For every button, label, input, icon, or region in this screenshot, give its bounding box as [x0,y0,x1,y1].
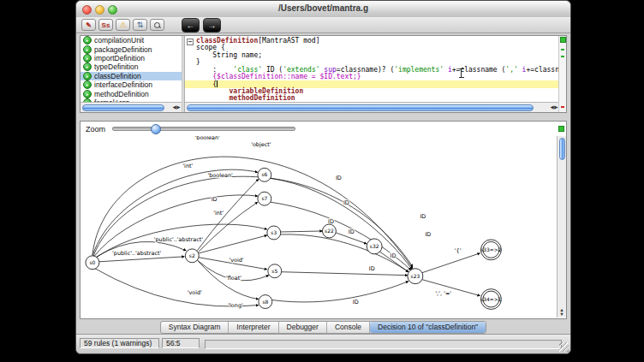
rule-icon: ▸ [83,72,92,80]
diagram-canvas[interactable]: 'public'..'abstract''public'..'abstract'… [81,136,558,317]
grammar-health-indicator [560,37,566,43]
graph-edge [199,235,267,253]
rule-label: compilationUnit [94,36,144,45]
svg-text:ID: ID [343,199,349,206]
rules-hscroll-thumb[interactable] [82,104,164,111]
rule-item-interfaceDefinition[interactable]: ▸interfaceDefinition [80,80,182,89]
rule-label: interfaceDefinition [94,80,152,89]
scroll-arrows-icon[interactable]: ◀▶ [551,104,558,110]
window-title: /Users/bovet/mantra.g [76,3,570,13]
forward-arrow-icon: → [208,21,217,30]
sort-icon: ⇅ [137,21,144,29]
warning-mark[interactable] [561,56,565,57]
svg-text:ID: ID [349,228,355,235]
zoom-slider-thumb[interactable] [151,124,161,134]
resize-grip-icon[interactable] [559,342,569,352]
error-mark[interactable] [561,106,565,108]
app-window: /Users/bovet/mantra.g ✎ Ss ⚠ ⇅ ← → ▸comp… [75,0,571,354]
svg-text:ID: ID [336,175,342,181]
svg-text:'boolean': 'boolean' [207,172,233,179]
error-stripe[interactable] [558,36,566,112]
back-arrow-icon: ← [187,21,195,30]
rule-icon: ▸ [83,54,92,62]
rule-label: packageDefinition [94,45,152,54]
editor-line[interactable]: String name; [185,52,559,59]
text-cursor-pointer [461,68,462,78]
pane-vscrollbar[interactable]: ▲▼ [557,136,566,317]
code-token: 'implements' [394,66,444,74]
svg-text:'void': 'void' [229,257,243,264]
code-token: [MantraAST mod] [258,37,319,45]
decision-graph: 'public'..'abstract''public'..'abstract'… [81,136,558,317]
graph-edge [422,253,480,273]
rule-item-methodDefinition[interactable]: ▸methodDefinition [80,89,182,98]
editor-line[interactable]: classDefinition[MantraAST mod] [185,38,559,45]
tab-syntax-diagram[interactable]: Syntax Diagram [161,322,229,333]
svg-text:s33=>2: s33=>2 [480,246,502,252]
svg-text:'object': 'object' [251,141,271,148]
bottom-tabs: Syntax DiagramInterpreterDebuggerConsole… [160,321,486,334]
rule-icon: ▸ [83,62,92,71]
rules-hscrollbar[interactable]: ◀▶ [80,102,182,112]
svg-text:ID: ID [369,265,375,272]
tab-debugger[interactable]: Debugger [279,322,327,333]
editor-hscrollbar[interactable]: ◀▶ [185,102,559,112]
svg-text:s22: s22 [325,228,334,234]
zoom-slider[interactable] [112,127,295,131]
code-token [196,73,212,80]
rule-item-packageDefinition[interactable]: ▸packageDefinition [80,45,182,53]
editor-lines[interactable]: classDefinition[MantraAST mod]scope { St… [185,38,559,103]
caret-position: 56:5 [162,338,200,348]
scroll-arrows-icon[interactable]: ▲▼ [558,308,565,317]
svg-text:s0: s0 [89,259,95,265]
code-token: String name; [196,51,262,59]
svg-text:'int': 'int' [213,210,224,217]
forward-button[interactable]: → [203,18,221,33]
svg-text:'boolean': 'boolean' [195,136,221,141]
warning-icon: ⚠ [119,21,126,29]
warnings-button[interactable]: ⚠ [116,19,130,31]
svg-text:s6: s6 [261,171,267,177]
title-bar[interactable]: /Users/bovet/mantra.g [76,1,570,18]
pane-vscroll-thumb[interactable] [559,138,565,160]
tab-interpreter[interactable]: Interpreter [229,322,278,333]
warning-mark[interactable] [561,49,565,50]
rule-item-compilationUnit[interactable]: ▸compilationUnit [80,36,182,45]
graph-edge [99,257,184,262]
status-bar: 59 rules (1 warnings) 56:5 [76,334,570,353]
upper-split: ▸compilationUnit▸packageDefinition▸impor… [80,35,567,113]
rule-icon: ▸ [83,45,92,54]
back-button[interactable]: ← [182,18,200,33]
rule-item-typeDefinition[interactable]: ▸typeDefinition [80,62,182,71]
svg-text:s34=>1: s34=>1 [480,296,502,302]
case-button[interactable]: Ss [98,19,113,31]
editor-line[interactable]: {$classDefinition::name = $ID.text;} [185,74,559,80]
tab-console[interactable]: Console [327,322,370,333]
find-button[interactable] [150,19,164,31]
svg-text:'{': '{' [455,247,462,254]
edit-icon: ✎ [86,21,92,29]
svg-text:'float': 'float' [226,275,242,282]
toolbar: ✎ Ss ⚠ ⇅ ← → [76,17,570,33]
rule-label: importDefinition [94,54,145,62]
rules-summary: 59 rules (1 warnings) [80,338,159,348]
code-token: methodDefinition [230,94,295,102]
grammar-editor[interactable]: classDefinition[MantraAST mod]scope { St… [185,36,559,112]
tab-decision-10-of-classdefinition[interactable]: Decision 10 of "classDefinition" [370,322,486,333]
rules-list[interactable]: ▸compilationUnit▸packageDefinition▸impor… [80,36,182,112]
rule-item-classDefinition[interactable]: ▸classDefinition [80,72,182,80]
scroll-arrows-icon[interactable]: ◀▶ [173,104,181,110]
svg-text:s8: s8 [262,299,268,305]
svg-text:ID: ID [212,196,218,203]
code-token [196,94,230,102]
magnifier-icon [154,22,160,28]
editor-button[interactable]: ✎ [81,19,96,31]
rule-item-importDefinition[interactable]: ▸importDefinition [80,54,182,62]
sort-rules-button[interactable]: ⇅ [133,19,147,31]
svg-text:s3: s3 [271,229,277,235]
svg-text:s23: s23 [411,273,420,279]
rule-label: classDefinition [94,72,141,80]
progress-groove [205,340,562,349]
graph-edge [198,202,258,252]
editor-hscroll-thumb[interactable] [187,104,534,111]
